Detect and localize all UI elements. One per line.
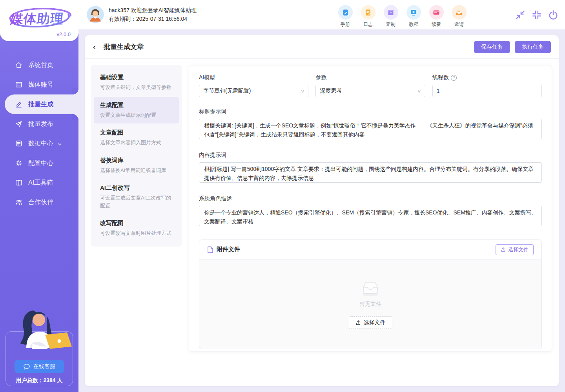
- window-controls: [515, 9, 559, 20]
- online-service-button[interactable]: 在线客服: [15, 360, 64, 373]
- save-task-button[interactable]: 保存任务: [474, 41, 510, 53]
- content-prompt-label: 内容提示词: [199, 152, 542, 159]
- content-prompt-textarea[interactable]: 根据[标题] 写一篇500到1000字的文章 文章要求：提出可能的问题，围绕这些…: [199, 162, 542, 183]
- topbar: hack357 欢迎您登录AI智能媒体助理 有效期到：2025-07-31 16…: [78, 0, 565, 29]
- role-prompt-label: 系统角色描述: [199, 195, 542, 202]
- sidebar-item-data-center[interactable]: 数据中心: [0, 134, 78, 153]
- page-body: 基础设置 可设置关键词，文章类型等参数 生成配置 设置文章生成提示词配置 文章配…: [85, 59, 559, 386]
- quick-action-tutorial[interactable]: 教程: [406, 5, 421, 28]
- document-icon: [207, 246, 213, 253]
- sidebar-item-partners[interactable]: 合作伙伴: [0, 192, 78, 212]
- role-prompt-textarea[interactable]: 你是一个专业的营销达人，精通SEO（搜索引擎优化）、SEM（搜索引擎营销）专家，…: [199, 206, 542, 226]
- title-prompt-textarea[interactable]: 根据关键词: [关键词]，生成一个SEO文章标题，例如“惊世骇俗！它不愧是暴力美…: [199, 119, 542, 139]
- quick-action-manual[interactable]: 手册: [337, 5, 353, 28]
- settings-nav-basic[interactable]: 基础设置 可设置关键词，文章类型等参数: [94, 69, 179, 96]
- threads-input[interactable]: [432, 85, 542, 97]
- sidebar-item-batch-generate[interactable]: 批量生成: [5, 94, 78, 114]
- chat-bubble-icon: [23, 363, 30, 370]
- settings-nav-rewrite-images[interactable]: 改写配图 可设置改写文章时图片处理方式: [94, 215, 179, 242]
- settings-nav-article-images[interactable]: 文章配图 选择文章内容插入图片方式: [94, 124, 179, 151]
- data-list-icon: [15, 140, 23, 147]
- sidebar-item-media-accounts[interactable]: 媒体账号: [0, 75, 78, 94]
- select-file-empty-button[interactable]: 选择文件: [349, 316, 392, 329]
- log-icon: [361, 5, 375, 20]
- ai-model-label: AI模型: [199, 74, 308, 81]
- generate-config-panel: AI模型 字节豆包(无需配置) ∨ 参数 深度思考 ∨: [189, 65, 552, 352]
- chevron-down-icon: ∨: [417, 88, 421, 94]
- quick-action-custom[interactable]: 定制: [383, 5, 399, 28]
- page-card: ‹ 批量生成文章 保存任务 执行任务 基础设置 可设置关键词，文章类型等参数 生…: [85, 35, 559, 386]
- quick-action-renew[interactable]: 续费: [428, 5, 444, 28]
- edit-pencil-icon: [15, 100, 23, 108]
- logo-card: 媒体助理 v2.0.0: [0, 0, 78, 41]
- app-logo: 媒体助理: [5, 7, 73, 27]
- renew-icon: [429, 5, 444, 20]
- paper-plane-icon: [15, 120, 23, 128]
- empty-files-text: 暂无文件: [359, 301, 381, 308]
- upload-icon: [501, 247, 506, 252]
- welcome-text: hack357 欢迎您登录AI智能媒体助理: [109, 6, 197, 15]
- support-card: 在线客服 用户总数：2384 人: [5, 331, 73, 386]
- user-info: hack357 欢迎您登录AI智能媒体助理 有效期到：2025-07-31 16…: [87, 6, 197, 23]
- app-version: v2.0.0: [57, 31, 71, 37]
- workspace: ‹ 批量生成文章 保存任务 执行任务 基础设置 可设置关键词，文章类型等参数 生…: [78, 29, 565, 392]
- manual-icon: [338, 5, 353, 20]
- quick-action-log[interactable]: 日志: [360, 5, 376, 28]
- attachments-card: 附件文件 选择文件 暂无文件: [199, 240, 542, 349]
- sidebar-item-config-center[interactable]: 配置中心: [0, 153, 78, 173]
- attachments-title: 附件文件: [217, 246, 240, 253]
- select-file-button[interactable]: 选择文件: [496, 244, 534, 255]
- empty-inbox-icon: [360, 280, 381, 297]
- params-label: 参数: [315, 74, 425, 81]
- page-title: 批量生成文章: [104, 42, 144, 51]
- sidebar: 媒体助理 v2.0.0 系统首页 媒体账号 批量生成 数据中心: [0, 0, 78, 392]
- back-icon[interactable]: ‹: [93, 43, 102, 51]
- invite-icon: [452, 5, 467, 20]
- id-card-icon: [15, 81, 23, 89]
- quick-actions: 手册 日志 定制 教程 续费: [337, 5, 467, 28]
- customer-service-illustration: [9, 307, 72, 355]
- sidebar-item-ai-toolbox[interactable]: AI工具箱: [0, 173, 78, 192]
- upload-icon: [355, 320, 361, 325]
- compress-icon[interactable]: [515, 9, 526, 20]
- validity-text: 有效期到：2025-07-31 16:56:04: [109, 15, 197, 23]
- attachments-empty-state: 暂无文件 选择文件: [199, 260, 541, 349]
- params-select[interactable]: 深度思考 ∨: [315, 85, 425, 97]
- page-header: ‹ 批量生成文章 保存任务 执行任务: [85, 35, 559, 59]
- run-task-button[interactable]: 执行任务: [515, 41, 551, 53]
- chevron-down-icon: [57, 141, 62, 146]
- user-count: 用户总数：2384 人: [6, 377, 73, 384]
- people-icon: [15, 198, 23, 206]
- settings-nav: 基础设置 可设置关键词，文章类型等参数 生成配置 设置文章生成提示词配置 文章配…: [91, 65, 182, 247]
- power-icon[interactable]: [548, 9, 559, 20]
- open-book-icon: [15, 179, 23, 187]
- sidebar-item-home[interactable]: 系统首页: [0, 55, 78, 75]
- collapse-icon[interactable]: [531, 9, 542, 20]
- tutorial-icon: [406, 5, 421, 20]
- threads-label: 线程数: [432, 74, 449, 81]
- sidebar-menu: 系统首页 媒体账号 批量生成 数据中心 批量发布 数据中心: [0, 55, 78, 212]
- avatar: [87, 6, 104, 23]
- gear-icon: [15, 159, 23, 167]
- settings-nav-ai-rewrite[interactable]: AI二创改写 可设置生成后文章AI二次改写的配置: [94, 180, 179, 214]
- chevron-down-icon: ∨: [300, 88, 305, 94]
- settings-nav-generate[interactable]: 生成配置 设置文章生成提示词配置: [94, 97, 179, 124]
- title-prompt-label: 标题提示词: [199, 108, 542, 115]
- settings-nav-word-replace[interactable]: 替换词库 选择替换AI常用词汇或者词库: [94, 152, 179, 179]
- sidebar-item-batch-publish[interactable]: 数据中心 批量发布: [0, 114, 78, 134]
- custom-icon: [384, 5, 398, 20]
- quick-action-invite[interactable]: 邀请: [451, 5, 467, 28]
- help-icon[interactable]: ?: [451, 75, 457, 81]
- home-icon: [15, 61, 23, 69]
- ai-model-select[interactable]: 字节豆包(无需配置) ∨: [199, 85, 308, 97]
